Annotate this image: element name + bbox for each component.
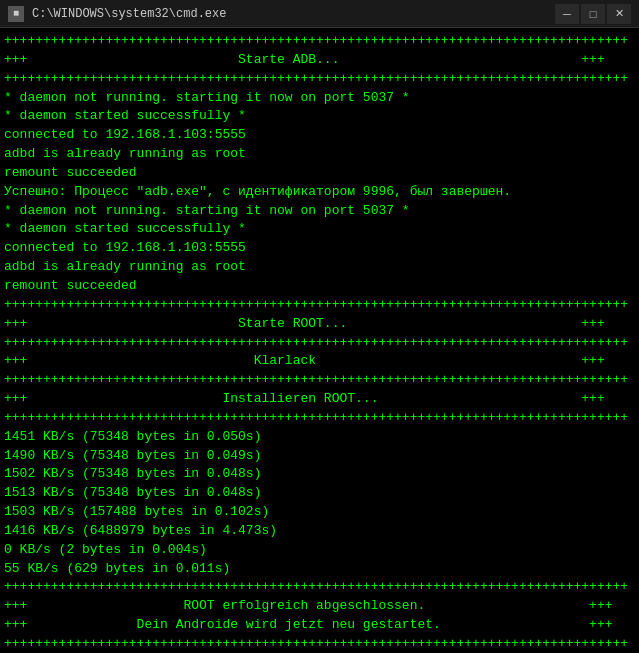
close-button[interactable]: ✕ — [607, 4, 631, 24]
title-bar-icon: ■ — [8, 6, 24, 22]
terminal-line: * daemon started successfully * — [4, 107, 635, 126]
terminal-line: ++++++++++++++++++++++++++++++++++++++++… — [4, 635, 635, 653]
terminal-line: ++++++++++++++++++++++++++++++++++++++++… — [4, 371, 635, 390]
terminal-line: * daemon started successfully * — [4, 220, 635, 239]
minimize-button[interactable]: ─ — [555, 4, 579, 24]
title-bar-text: C:\WINDOWS\system32\cmd.exe — [32, 7, 547, 21]
terminal-line: ++++++++++++++++++++++++++++++++++++++++… — [4, 32, 635, 51]
terminal-line: 0 KB/s (2 bytes in 0.004s) — [4, 541, 635, 560]
terminal-line: remount succeeded — [4, 164, 635, 183]
terminal-line: ++++++++++++++++++++++++++++++++++++++++… — [4, 578, 635, 597]
terminal-line: ++++++++++++++++++++++++++++++++++++++++… — [4, 334, 635, 353]
terminal-line: 1451 KB/s (75348 bytes in 0.050s) — [4, 428, 635, 447]
title-bar-controls: ─ □ ✕ — [555, 4, 631, 24]
terminal-line: +++ Starte ADB... +++ — [4, 51, 635, 70]
maximize-button[interactable]: □ — [581, 4, 605, 24]
terminal-line: 1503 KB/s (157488 bytes in 0.102s) — [4, 503, 635, 522]
terminal-line: +++ Klarlack +++ — [4, 352, 635, 371]
terminal-line: remount succeeded — [4, 277, 635, 296]
terminal-line: 1502 KB/s (75348 bytes in 0.048s) — [4, 465, 635, 484]
terminal-line: Успешно: Процесс "adb.exe", с идентифика… — [4, 183, 635, 202]
terminal-line: * daemon not running. starting it now on… — [4, 202, 635, 221]
terminal-line: +++ ROOT erfolgreich abgeschlossen. +++ — [4, 597, 635, 616]
terminal-line: 55 KB/s (629 bytes in 0.011s) — [4, 560, 635, 579]
terminal-line: adbd is already running as root — [4, 145, 635, 164]
terminal-line: ++++++++++++++++++++++++++++++++++++++++… — [4, 70, 635, 89]
terminal-line: connected to 192.168.1.103:5555 — [4, 239, 635, 258]
title-bar: ■ C:\WINDOWS\system32\cmd.exe ─ □ ✕ — [0, 0, 639, 28]
terminal: ++++++++++++++++++++++++++++++++++++++++… — [0, 28, 639, 653]
terminal-line: ++++++++++++++++++++++++++++++++++++++++… — [4, 409, 635, 428]
terminal-line: connected to 192.168.1.103:5555 — [4, 126, 635, 145]
terminal-line: 1416 KB/s (6488979 bytes in 4.473s) — [4, 522, 635, 541]
terminal-line: ++++++++++++++++++++++++++++++++++++++++… — [4, 296, 635, 315]
terminal-line: adbd is already running as root — [4, 258, 635, 277]
terminal-line: +++ Starte ROOT... +++ — [4, 315, 635, 334]
terminal-line: * daemon not running. starting it now on… — [4, 89, 635, 108]
terminal-line: +++ Installieren ROOT... +++ — [4, 390, 635, 409]
terminal-line: 1490 KB/s (75348 bytes in 0.049s) — [4, 447, 635, 466]
terminal-line: 1513 KB/s (75348 bytes in 0.048s) — [4, 484, 635, 503]
terminal-line: +++ Dein Androide wird jetzt neu gestart… — [4, 616, 635, 635]
